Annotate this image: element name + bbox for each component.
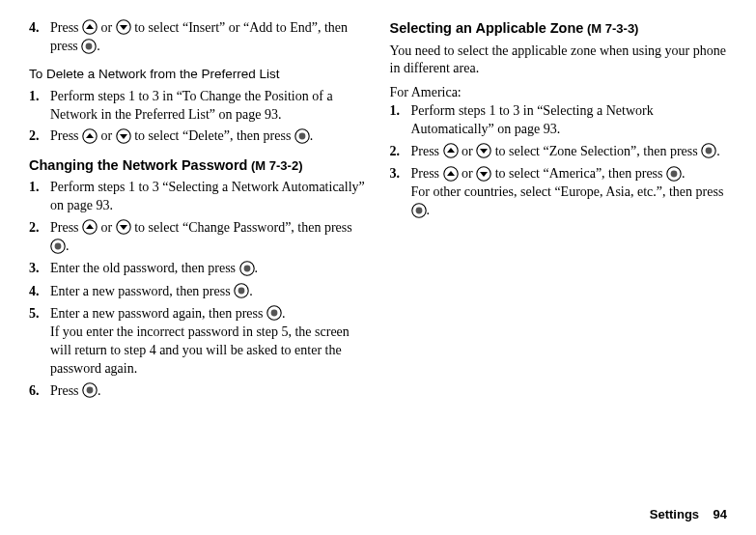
- for-america-label: For America:: [390, 84, 728, 102]
- text: Press: [50, 20, 82, 35]
- menu-code: (M 7-3-3): [583, 21, 638, 36]
- text: .: [98, 383, 101, 398]
- step-number: 1.: [29, 179, 50, 215]
- chg-step-4: 4. Enter a new password, then press .: [29, 283, 367, 301]
- del-step-1: 1. Perform steps 1 to 3 in “To Change th…: [29, 88, 367, 125]
- step-body: Enter a new password, then press .: [50, 283, 367, 301]
- down-icon: [476, 166, 491, 184]
- step-number: 2.: [390, 143, 411, 161]
- text: Press: [411, 144, 443, 158]
- chg-step-5: 5. Enter a new password again, then pres…: [29, 305, 367, 379]
- step-body: Perform steps 1 to 3 in “Selecting a Net…: [411, 102, 728, 139]
- text: or: [459, 144, 477, 158]
- step-body: Enter a new password again, then press .…: [50, 305, 367, 379]
- text: or: [98, 128, 116, 143]
- del-step-2: 2. Press or to select “Delete”, then pre…: [29, 127, 367, 146]
- text: to select “America”, then press: [491, 166, 666, 181]
- ok-icon: [666, 166, 682, 184]
- zone-intro: You need to select the applicable zone w…: [390, 42, 728, 79]
- chg-step-2: 2. Press or to select “Change Password”,…: [29, 219, 367, 256]
- step-number: 2.: [29, 219, 50, 256]
- text: .: [249, 284, 253, 298]
- text: Press: [411, 166, 443, 181]
- up-icon: [82, 219, 98, 238]
- text: Enter a new password again, then press: [50, 306, 266, 321]
- step-body: Press or to select “America”, then press…: [411, 165, 728, 220]
- text: .: [716, 144, 720, 158]
- down-icon: [116, 219, 131, 238]
- step-number: 4.: [29, 19, 50, 56]
- ok-icon: [82, 382, 98, 401]
- text: For other countries, select “Europe, Asi…: [411, 184, 724, 199]
- ok-icon: [234, 283, 249, 301]
- text: .: [282, 306, 286, 321]
- note: If you enter the incorrect password in s…: [50, 324, 367, 379]
- up-icon: [82, 19, 98, 38]
- chg-step-6: 6. Press .: [29, 382, 367, 401]
- down-icon: [476, 143, 491, 161]
- step-number: 2.: [29, 127, 50, 146]
- text: or: [459, 166, 477, 181]
- delete-heading: To Delete a Network from the Preferred L…: [29, 66, 367, 83]
- step-body: Enter the old password, then press .: [50, 260, 367, 278]
- text: Press: [50, 128, 82, 143]
- step-number: 1.: [390, 102, 411, 139]
- footer-label: Settings: [650, 507, 699, 521]
- up-icon: [443, 166, 459, 184]
- step-number: 3.: [29, 260, 50, 278]
- step-number: 5.: [29, 305, 50, 379]
- step-number: 6.: [29, 382, 50, 401]
- text: .: [66, 239, 70, 253]
- step-number: 1.: [29, 88, 50, 125]
- step-body: Perform steps 1 to 3 “Selecting a Networ…: [50, 179, 367, 215]
- ok-icon: [701, 143, 716, 161]
- step-number: 3.: [390, 165, 411, 220]
- step-body: Press or to select “Zone Selection”, the…: [411, 143, 728, 161]
- note: For other countries, select “Europe, Asi…: [411, 183, 728, 220]
- page-columns: 4. Press or to select “Insert” or “Add t…: [29, 19, 727, 405]
- ok-icon: [411, 203, 427, 221]
- text: .: [255, 261, 259, 275]
- ok-icon: [294, 128, 310, 147]
- text: or: [98, 220, 116, 235]
- text: to select “Zone Selection”, then press: [491, 144, 701, 158]
- text: .: [682, 166, 686, 181]
- step-body: Press or to select “Insert” or “Add to E…: [50, 19, 367, 56]
- ok-icon: [239, 261, 255, 279]
- left-column: 4. Press or to select “Insert” or “Add t…: [29, 19, 367, 405]
- right-column: Selecting an Applicable Zone (M 7-3-3) Y…: [390, 19, 728, 405]
- page-number: 94: [714, 507, 727, 521]
- menu-code: (M 7-3-2): [247, 158, 302, 173]
- step-4: 4. Press or to select “Insert” or “Add t…: [29, 19, 367, 56]
- text: to select “Delete”, then press: [131, 128, 294, 143]
- up-icon: [443, 143, 459, 161]
- change-password-heading: Changing the Network Password (M 7-3-2): [29, 156, 367, 176]
- step-number: 4.: [29, 283, 50, 301]
- text: or: [98, 20, 116, 35]
- heading-text: Changing the Network Password: [29, 157, 247, 173]
- page-footer: Settings 94: [650, 506, 727, 523]
- text: Press: [50, 220, 82, 235]
- zone-step-3: 3. Press or to select “America”, then pr…: [390, 165, 728, 220]
- text: to select “Change Password”, then press: [131, 220, 352, 235]
- text: Enter the old password, then press: [50, 261, 239, 275]
- ok-icon: [266, 305, 282, 324]
- text: Enter a new password, then press: [50, 284, 234, 298]
- up-icon: [82, 128, 98, 147]
- heading-text: Selecting an Applicable Zone: [390, 20, 584, 36]
- text: .: [97, 39, 100, 53]
- down-icon: [116, 19, 131, 38]
- down-icon: [116, 128, 131, 147]
- text: .: [427, 203, 431, 217]
- step-body: Press or to select “Change Password”, th…: [50, 219, 367, 256]
- step-body: Press or to select “Delete”, then press …: [50, 127, 367, 146]
- ok-icon: [50, 239, 66, 257]
- zone-step-1: 1. Perform steps 1 to 3 in “Selecting a …: [390, 102, 728, 139]
- chg-step-3: 3. Enter the old password, then press .: [29, 260, 367, 278]
- text: .: [310, 128, 314, 143]
- zone-heading: Selecting an Applicable Zone (M 7-3-3): [390, 19, 728, 39]
- zone-step-2: 2. Press or to select “Zone Selection”, …: [390, 143, 728, 161]
- step-body: Perform steps 1 to 3 in “To Change the P…: [50, 88, 367, 125]
- step-body: Press .: [50, 382, 367, 401]
- text: Press: [50, 383, 82, 398]
